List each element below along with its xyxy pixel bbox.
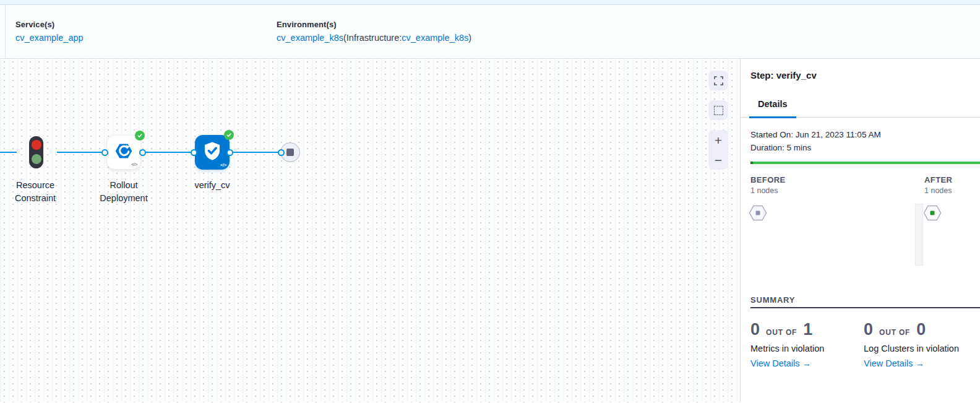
edge-incoming	[0, 152, 17, 153]
success-badge-icon	[135, 131, 145, 141]
after-host-node[interactable]	[923, 205, 942, 223]
connector-dot	[101, 149, 108, 156]
out-of-label: OUT OF	[879, 328, 910, 337]
header-left-divider	[5, 5, 6, 58]
environments-label: Environment(s)	[277, 20, 471, 29]
pipeline-canvas[interactable]: Resource Constraint </> Rollout Deployme…	[0, 59, 740, 402]
service-link[interactable]: cv_example_app	[15, 33, 84, 43]
environment-link[interactable]: cv_example_k8s	[277, 33, 343, 43]
rollout-icon	[114, 141, 134, 163]
out-of-label: OUT OF	[766, 328, 797, 337]
after-label: AFTER	[924, 175, 952, 184]
metrics-summary: 0 OUT OF 1 Metrics in violation View Det…	[750, 320, 859, 368]
metrics-total-value: 1	[803, 320, 812, 339]
verification-progress-bar	[750, 162, 980, 164]
before-node-count: 1 nodes	[750, 186, 778, 195]
tab-bar: Details	[741, 59, 980, 118]
duration-text: Duration: 5 mins	[750, 141, 881, 154]
summary-heading: SUMMARY	[750, 295, 795, 305]
connector-dot	[191, 149, 197, 156]
zoom-out-button[interactable]: −	[708, 150, 728, 170]
edge-constraint-to-rollout	[57, 152, 104, 153]
arrow-right-icon: →	[916, 358, 925, 368]
expand-icon	[714, 76, 723, 85]
infrastructure-suffix: )	[468, 33, 471, 43]
metrics-violation-value: 0	[750, 320, 760, 339]
started-on-text: Started On: Jun 21, 2023 11:05 AM	[750, 128, 881, 141]
resource-constraint-label: Resource Constraint	[0, 179, 72, 205]
stop-icon	[286, 149, 294, 156]
verify-cv-label: verify_cv	[175, 179, 249, 192]
step-details-panel: Step: verify_cv Details Started On: Jun …	[740, 59, 980, 402]
environments-block: Environment(s) cv_example_k8s(Infrastruc…	[277, 20, 471, 43]
fit-to-screen-button[interactable]	[708, 71, 728, 90]
before-host-node[interactable]	[749, 205, 767, 223]
traffic-light-red-icon	[32, 140, 41, 150]
zoom-controls: + −	[708, 130, 728, 170]
top-accent-strip	[0, 0, 980, 5]
logs-view-details-link[interactable]: View Details→	[864, 358, 975, 368]
summary-divider	[750, 307, 980, 308]
selection-box-icon	[714, 106, 723, 115]
log-clusters-summary: 0 OUT OF 0 Log Clusters in violation Vie…	[864, 320, 975, 368]
success-badge-icon	[224, 130, 234, 140]
infrastructure-link[interactable]: cv_example_k8s	[402, 33, 468, 43]
infrastructure-prefix: (Infrastructure:	[343, 33, 402, 43]
verify-cv-node[interactable]: </>	[195, 135, 230, 170]
tab-details[interactable]: Details	[749, 99, 796, 118]
resource-constraint-node[interactable]	[29, 136, 43, 168]
edge-verify-to-end	[233, 152, 280, 153]
rollout-deployment-label: Rollout Deployment	[87, 179, 161, 205]
arrow-right-icon: →	[802, 358, 812, 368]
logs-violation-value: 0	[864, 320, 873, 339]
after-node-count: 1 nodes	[924, 186, 952, 195]
edge-rollout-to-verify	[146, 152, 192, 153]
before-list-scrollbar[interactable]	[915, 204, 923, 266]
zoom-in-button[interactable]: +	[708, 130, 728, 150]
services-block: Service(s) cv_example_app	[15, 20, 84, 43]
traffic-light-green-icon	[32, 154, 41, 164]
step-timing-info: Started On: Jun 21, 2023 11:05 AM Durati…	[750, 128, 881, 154]
shield-check-icon	[202, 141, 223, 164]
connector-dot	[139, 149, 146, 156]
metrics-view-details-link[interactable]: View Details→	[750, 358, 859, 368]
before-label: BEFORE	[750, 175, 786, 184]
rollout-deployment-node[interactable]: </>	[106, 135, 141, 170]
logs-total-value: 0	[916, 320, 926, 339]
code-icon: </>	[220, 162, 226, 168]
selection-mode-button[interactable]	[708, 100, 728, 120]
connector-dot	[278, 149, 285, 156]
execution-context-header: Service(s) cv_example_app Environment(s)…	[0, 5, 980, 58]
code-icon: </>	[131, 162, 137, 167]
logs-caption: Log Clusters in violation	[864, 344, 975, 353]
connector-dot	[226, 149, 233, 156]
metrics-caption: Metrics in violation	[750, 344, 859, 353]
services-label: Service(s)	[15, 20, 84, 29]
